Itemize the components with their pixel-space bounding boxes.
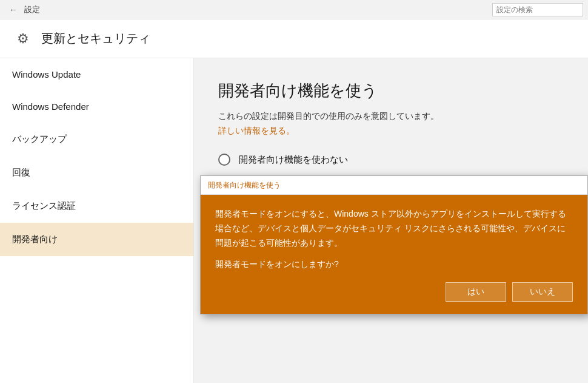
dialog-question: 開発者モードをオンにしますか? <box>215 259 339 270</box>
sidebar-item-developer[interactable]: 開発者向け <box>0 223 193 256</box>
settings-search-input[interactable] <box>492 3 583 16</box>
sidebar-item-license[interactable]: ライセンス認証 <box>0 189 193 223</box>
sidebar-item-recovery[interactable]: 回復 <box>0 156 193 189</box>
sidebar-item-windows-update[interactable]: Windows Update <box>0 58 193 90</box>
settings-title: 更新とセキュリティ <box>41 30 150 47</box>
settings-icon: ⚙ <box>12 28 34 50</box>
back-button[interactable]: ← <box>5 1 22 18</box>
sidebar-item-windows-defender[interactable]: Windows Defender <box>0 90 193 123</box>
dialog-body: 開発者モードをオンにすると、Windows ストア以外からアプリをインストールし… <box>201 195 587 313</box>
content-area: 開発者向け機能を使う これらの設定は開発目的での使用のみを意図しています。 詳し… <box>194 58 588 383</box>
dialog-no-button[interactable]: いいえ <box>512 282 573 302</box>
back-icon: ← <box>9 5 18 15</box>
dialog-overlay: 開発者向け機能を使う 開発者モードをオンにすると、Windows ストア以外から… <box>182 58 588 383</box>
sidebar: Windows Update Windows Defender バックアップ 回… <box>0 58 194 383</box>
dialog-question-row: 開発者モードをオンにしますか? <box>215 259 573 270</box>
title-bar-title: 設定 <box>24 4 40 15</box>
settings-header: ⚙ 更新とセキュリティ <box>0 19 588 58</box>
dialog-message: 開発者モードをオンにすると、Windows ストア以外からアプリをインストールし… <box>215 207 573 250</box>
sidebar-item-backup[interactable]: バックアップ <box>0 123 193 156</box>
dialog: 開発者向け機能を使う 開発者モードをオンにすると、Windows ストア以外から… <box>200 175 588 314</box>
dialog-yes-button[interactable]: はい <box>446 282 506 302</box>
dialog-title-bar: 開発者向け機能を使う <box>201 176 587 195</box>
dialog-title: 開発者向け機能を使う <box>208 181 281 189</box>
dialog-buttons: はい いいえ <box>215 282 573 304</box>
